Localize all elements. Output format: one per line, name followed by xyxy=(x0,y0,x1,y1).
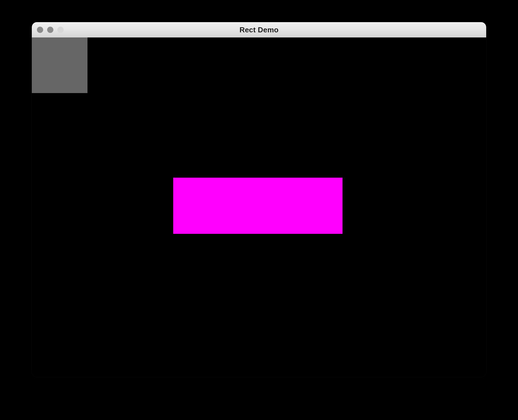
magenta-rect xyxy=(173,178,342,234)
app-window: Rect Demo xyxy=(32,22,486,377)
zoom-icon[interactable] xyxy=(57,27,64,33)
canvas[interactable] xyxy=(32,37,486,377)
titlebar[interactable]: Rect Demo xyxy=(32,22,486,37)
close-icon[interactable] xyxy=(37,27,43,33)
gray-square xyxy=(32,37,87,93)
minimize-icon[interactable] xyxy=(47,27,53,33)
traffic-lights xyxy=(37,27,64,33)
window-title: Rect Demo xyxy=(239,26,279,34)
